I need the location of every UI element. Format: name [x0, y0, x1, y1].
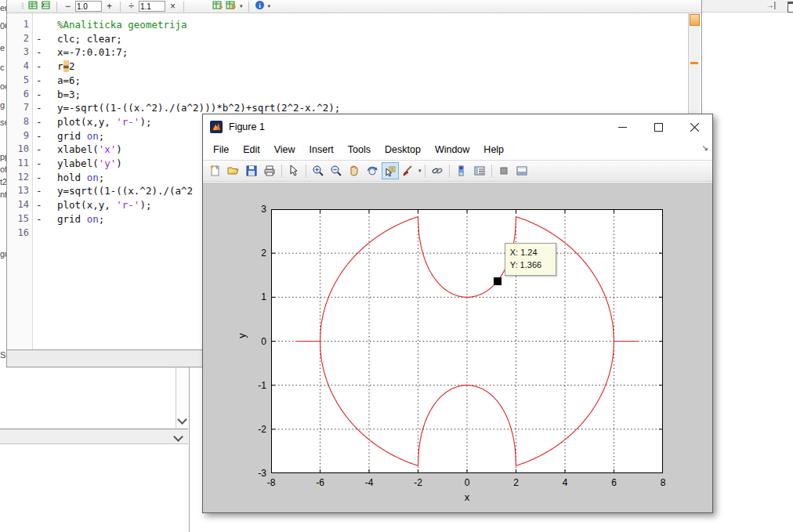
line-number[interactable]: 13: [7, 184, 29, 198]
code-text[interactable]: grid on;: [57, 212, 104, 226]
code-text[interactable]: y=sqrt((1-((x.^2)./(a^2: [57, 184, 193, 198]
zoom-out-icon[interactable]: [328, 162, 345, 179]
line-number[interactable]: 3: [7, 45, 29, 60]
new-figure-icon[interactable]: [207, 162, 224, 179]
dropdown-caret-icon[interactable]: ▾: [268, 3, 271, 9]
code-line-6[interactable]: 6-b=3;: [7, 88, 701, 102]
minimize-button[interactable]: [604, 114, 640, 139]
code-text[interactable]: a=6;: [57, 74, 81, 88]
menu-item-edit[interactable]: Edit: [236, 144, 267, 155]
partial-window-icon: [788, 2, 793, 13]
line-number[interactable]: 11: [7, 157, 29, 171]
menu-item-file[interactable]: File: [206, 144, 236, 155]
code-line-1[interactable]: 1%Analiticka geometrija: [7, 18, 701, 32]
executable-line-marker: -: [36, 157, 45, 171]
line-number[interactable]: 7: [7, 101, 29, 115]
code-line-5[interactable]: 5-a=6;: [7, 74, 701, 88]
rotate-3d-icon[interactable]: [364, 162, 381, 179]
code-text[interactable]: b=3;: [57, 88, 81, 102]
evaluate-cell-advance-icon[interactable]: [226, 0, 237, 13]
multiply-button[interactable]: ×: [168, 2, 178, 12]
zoom-in-icon[interactable]: [310, 162, 327, 179]
pan-icon[interactable]: [346, 162, 363, 179]
divide-button[interactable]: ÷: [126, 2, 136, 12]
code-text[interactable]: clc; clear;: [57, 32, 122, 46]
line-number[interactable]: 14: [7, 198, 29, 212]
line-number[interactable]: 2: [7, 32, 29, 46]
save-figure-icon[interactable]: [243, 162, 260, 179]
cell-table-icon[interactable]: +: [28, 0, 38, 13]
insert-legend-icon[interactable]: [471, 162, 488, 179]
line-number[interactable]: 12: [7, 171, 29, 185]
line-number[interactable]: 4: [7, 60, 29, 74]
hide-plot-tools-icon[interactable]: [495, 162, 512, 179]
toolbar-separator: [248, 2, 249, 12]
scroll-down-icon[interactable]: [177, 414, 187, 425]
evaluate-cell-icon[interactable]: [212, 0, 223, 13]
code-text[interactable]: grid on;: [57, 129, 104, 143]
menu-overflow-arrow-icon[interactable]: ↘: [702, 143, 708, 152]
y-tick-label: 2: [246, 248, 266, 259]
line-number[interactable]: 1: [7, 18, 29, 32]
dock-arrow-icon[interactable]: →|: [766, 1, 776, 9]
matlab-logo-icon: [210, 121, 223, 133]
menu-item-help[interactable]: Help: [476, 144, 511, 155]
menu-item-view[interactable]: View: [267, 144, 302, 155]
code-text[interactable]: %Analiticka geometrija: [57, 18, 187, 32]
line-number[interactable]: 6: [7, 88, 29, 102]
link-plots-icon[interactable]: [429, 162, 446, 179]
line-number[interactable]: 10: [7, 143, 29, 157]
code-text[interactable]: plot(x,y, 'r-');: [57, 115, 151, 129]
window-title: Figure 1: [229, 121, 265, 132]
line-number[interactable]: 9: [7, 129, 29, 143]
cell-table-insert-icon[interactable]: [41, 0, 51, 13]
code-text[interactable]: x=-7:0.01:7;: [57, 45, 128, 60]
line-number[interactable]: 15: [7, 212, 29, 226]
menu-item-tools[interactable]: Tools: [341, 144, 378, 155]
open-file-icon[interactable]: [225, 162, 242, 179]
code-line-4[interactable]: 4-r=2: [7, 60, 701, 74]
maximize-button[interactable]: [640, 114, 676, 139]
current-line-marker: [690, 62, 698, 64]
menu-item-desktop[interactable]: Desktop: [378, 144, 428, 155]
scrollbar-thumb[interactable]: [690, 14, 700, 26]
chevron-down-icon[interactable]: [173, 432, 183, 442]
dropdown-caret-icon[interactable]: ▾: [240, 3, 243, 9]
menu-item-insert[interactable]: Insert: [302, 144, 341, 155]
line-number[interactable]: 5: [7, 74, 29, 88]
code-text[interactable]: hold on;: [57, 171, 104, 185]
close-button[interactable]: [676, 114, 712, 139]
file-list-scrollbar[interactable]: [176, 367, 189, 428]
multiply-factor-input[interactable]: [139, 1, 165, 12]
increment-button[interactable]: +: [104, 2, 114, 12]
details-header[interactable]: [0, 429, 188, 444]
line-number[interactable]: 8: [7, 115, 29, 129]
data-cursor-icon[interactable]: [382, 162, 399, 179]
figure-canvas[interactable]: x y X: 1.24 Y: 1.366 -8-6-4-202468-3-2-1…: [203, 182, 712, 512]
menu-item-window[interactable]: Window: [428, 144, 476, 155]
toolbar-handle[interactable]: ⁞⁞: [21, 2, 24, 10]
print-figure-icon[interactable]: [261, 162, 278, 179]
show-plot-tools-icon[interactable]: [513, 162, 530, 179]
brush-dropdown-caret-icon[interactable]: ▾: [418, 168, 422, 174]
code-line-3[interactable]: 3-x=-7:0.01:7;: [7, 45, 701, 60]
line-number[interactable]: 16: [7, 226, 29, 241]
code-text[interactable]: ylabel('y'): [57, 157, 122, 171]
figure-titlebar[interactable]: Figure 1: [203, 114, 712, 139]
brush-icon[interactable]: [400, 162, 417, 179]
file-list[interactable]: [0, 367, 188, 428]
code-line-2[interactable]: 2-clc; clear;: [7, 32, 701, 46]
code-text[interactable]: r=2: [57, 60, 75, 74]
axes-plot[interactable]: [271, 209, 663, 473]
insert-colorbar-icon[interactable]: [453, 162, 470, 179]
y-tick-label: 1: [246, 291, 266, 302]
code-text[interactable]: plot(x,y, 'r-');: [57, 198, 151, 212]
figure-menubar: FileEditViewInsertToolsDesktopWindowHelp: [203, 139, 712, 160]
decrement-button[interactable]: −: [63, 2, 73, 12]
increment-step-input[interactable]: [75, 1, 102, 12]
code-text[interactable]: xlabel('x'): [57, 143, 122, 157]
edit-plot-icon[interactable]: [285, 162, 302, 179]
y-tick-label: 0: [246, 336, 266, 347]
info-icon[interactable]: i: [255, 0, 265, 13]
plot-svg[interactable]: [271, 209, 663, 473]
